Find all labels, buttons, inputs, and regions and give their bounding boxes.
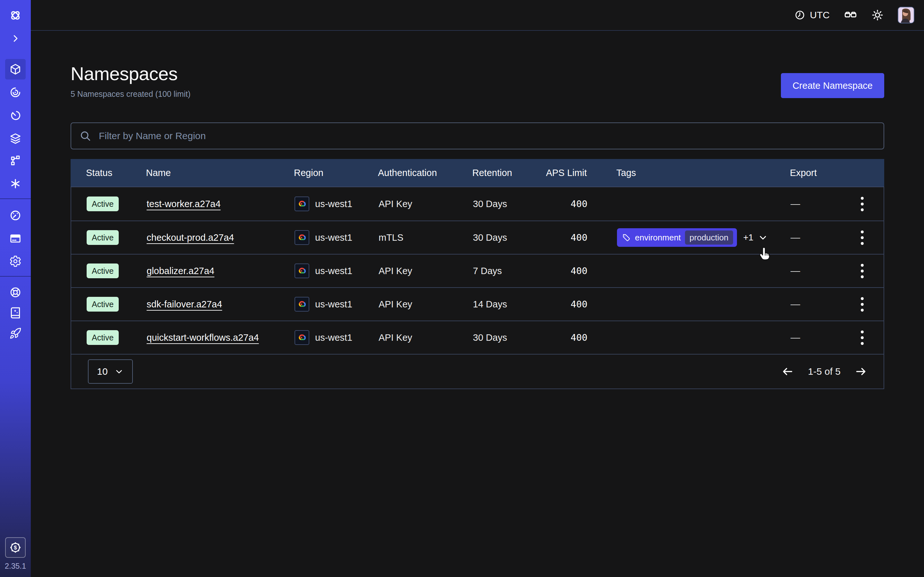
temporal-logo[interactable] [5,5,26,26]
sidebar-expand-button[interactable] [5,31,26,46]
sidebar-item-workflows[interactable] [5,151,26,171]
app-root: $ 2.35.1 UTC [0,0,924,577]
status-badge: Active [87,330,119,345]
table-row: Active test-worker.a27a4 u [71,187,884,221]
region-label: us-west1 [315,232,352,243]
page-title: Namespaces [71,63,191,84]
lifebuoy-icon [9,286,21,298]
table-row: Active quickstart-workflows.a27a4 [71,321,884,354]
tag-value: production [685,230,733,245]
sidebar-item-deployments[interactable] [5,128,26,149]
rocket-icon [9,327,21,340]
status-badge: Active [87,197,119,211]
asterisk-icon [9,177,21,190]
tag-more-count[interactable]: +1 [743,232,754,243]
book-sparkles-icon [9,307,21,319]
sidebar-item-billing[interactable] [5,228,26,249]
chevron-right-icon [11,34,20,43]
retention-value: 30 Days [473,199,544,210]
gauge-icon [9,210,21,221]
sidebar-item-settings[interactable] [5,251,26,271]
filter-input[interactable] [71,122,884,149]
row-menu-button[interactable] [858,261,866,281]
col-status: Status [86,168,146,178]
next-page-button[interactable] [855,366,867,378]
col-auth: Authentication [378,168,472,178]
auth-value: API Key [379,199,473,210]
sidebar-item-namespaces[interactable] [5,59,26,79]
main-content: Namespaces 5 Namespaces created (100 lim… [31,31,924,577]
gcp-icon [294,330,309,345]
sidebar-item-getting-started[interactable] [5,323,26,343]
page-size-select[interactable]: 10 [88,359,133,384]
sidebar-item-usage[interactable] [5,205,26,226]
search-icon [79,130,91,142]
export-value: — [790,299,800,309]
tag-chip[interactable]: environment production [617,228,737,247]
timezone-label: UTC [810,10,830,21]
table-row: Active checkout-prod.a27a4 [71,221,884,254]
export-value: — [790,198,800,210]
glasses-icon [844,8,857,22]
auth-value: API Key [379,266,473,276]
region-label: us-west1 [315,299,352,309]
retention-value: 7 Days [473,266,544,276]
sidebar-item-nexus[interactable] [5,173,26,194]
table-row: Active globalizer.a27a4 us [71,254,884,287]
gear-icon [9,255,21,268]
page-size-value: 10 [97,366,107,377]
chevron-down-icon[interactable] [758,232,768,243]
status-badge: Active [87,230,119,245]
row-menu-button[interactable] [858,194,866,214]
tag-key: environment [635,233,681,243]
aps-value: 400 [544,299,588,309]
row-menu-button[interactable] [858,228,866,247]
namespace-link[interactable]: checkout-prod.a27a4 [147,232,234,243]
aps-value: 400 [544,232,588,243]
region-label: us-west1 [315,332,352,343]
col-region: Region [294,168,378,178]
row-menu-button[interactable] [858,328,866,348]
sidebar-divider [0,198,31,199]
prev-page-button[interactable] [782,366,794,378]
page-head: Namespaces 5 Namespaces created (100 lim… [71,63,191,99]
namespace-link[interactable]: quickstart-workflows.a27a4 [147,332,259,343]
aps-value: 400 [544,198,588,210]
page-range-label: 1-5 of 5 [808,366,841,377]
cube-icon [9,63,22,76]
sidebar-item-support[interactable] [5,282,26,303]
retention-value: 30 Days [473,332,544,343]
sidebar-item-schedules[interactable] [5,105,26,126]
region-label: us-west1 [315,199,352,210]
card-icon [9,232,21,245]
table-body: Active test-worker.a27a4 u [71,187,884,354]
sidebar-item-insights[interactable] [5,82,26,103]
accessibility-button[interactable] [844,8,857,22]
sun-icon [871,9,884,21]
namespace-link[interactable]: sdk-failover.a27a4 [147,299,222,309]
col-tags: Tags [587,168,790,178]
export-value: — [790,332,800,343]
col-aps-limit: APS Limit [543,168,587,178]
branch-icon [9,155,21,167]
create-namespace-button[interactable]: Create Namespace [781,73,884,98]
timezone-selector[interactable]: UTC [795,10,830,21]
retention-value: 14 Days [473,299,544,309]
aps-value: 400 [544,266,588,276]
namespace-link[interactable]: globalizer.a27a4 [147,266,214,276]
avatar[interactable] [898,7,914,23]
sidebar-item-docs[interactable] [5,303,26,323]
sidebar: $ 2.35.1 [0,0,31,577]
retention-value: 30 Days [473,232,544,243]
namespace-link[interactable]: test-worker.a27a4 [147,199,221,210]
export-value: — [790,266,800,276]
tag-icon [622,234,631,242]
col-export: Export [790,168,854,178]
spiral-eye-icon [9,86,21,98]
theme-toggle-button[interactable] [871,9,884,21]
row-menu-button[interactable] [858,295,866,314]
namespaces-table: Status Name Region Authentication Retent… [71,159,884,389]
auth-value: API Key [379,332,473,343]
gcp-icon [294,297,309,311]
sidebar-item-pricing[interactable]: $ [5,537,26,558]
